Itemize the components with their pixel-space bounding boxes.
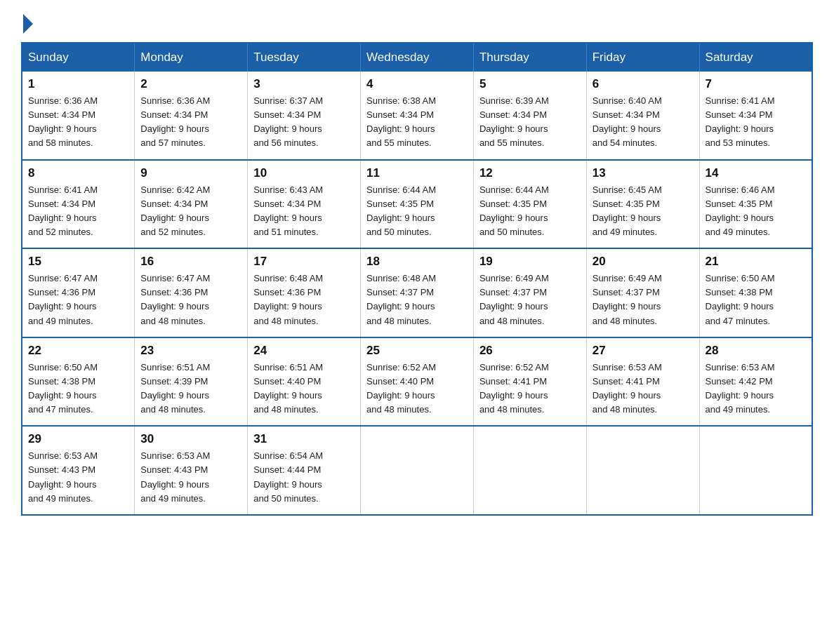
day-info: Sunrise: 6:44 AM Sunset: 4:35 PM Dayligh…	[366, 183, 468, 240]
day-info: Sunrise: 6:42 AM Sunset: 4:34 PM Dayligh…	[140, 183, 241, 240]
day-number: 10	[253, 166, 355, 180]
calendar-cell: 17 Sunrise: 6:48 AM Sunset: 4:36 PM Dayl…	[248, 248, 361, 337]
day-info: Sunrise: 6:48 AM Sunset: 4:36 PM Dayligh…	[253, 271, 355, 328]
day-number: 23	[140, 344, 241, 358]
day-number: 1	[28, 77, 128, 91]
calendar-cell: 13 Sunrise: 6:45 AM Sunset: 4:35 PM Dayl…	[586, 160, 699, 249]
day-number: 15	[28, 255, 128, 269]
day-number: 24	[253, 344, 355, 358]
calendar-week-row: 1 Sunrise: 6:36 AM Sunset: 4:34 PM Dayli…	[22, 72, 812, 160]
calendar-week-row: 8 Sunrise: 6:41 AM Sunset: 4:34 PM Dayli…	[22, 160, 812, 249]
calendar-cell: 2 Sunrise: 6:36 AM Sunset: 4:34 PM Dayli…	[135, 72, 248, 160]
day-info: Sunrise: 6:37 AM Sunset: 4:34 PM Dayligh…	[253, 94, 355, 151]
day-number: 20	[593, 255, 694, 269]
day-number: 2	[140, 77, 241, 91]
calendar-cell: 27 Sunrise: 6:53 AM Sunset: 4:41 PM Dayl…	[586, 337, 699, 427]
day-info: Sunrise: 6:47 AM Sunset: 4:36 PM Dayligh…	[28, 271, 128, 328]
calendar-cell: 22 Sunrise: 6:50 AM Sunset: 4:38 PM Dayl…	[22, 337, 135, 427]
day-number: 22	[28, 344, 128, 358]
calendar-cell: 12 Sunrise: 6:44 AM Sunset: 4:35 PM Dayl…	[473, 160, 586, 249]
calendar-cell: 4 Sunrise: 6:38 AM Sunset: 4:34 PM Dayli…	[361, 72, 474, 160]
calendar-cell	[586, 426, 699, 515]
day-info: Sunrise: 6:54 AM Sunset: 4:44 PM Dayligh…	[253, 449, 355, 506]
calendar-cell: 26 Sunrise: 6:52 AM Sunset: 4:41 PM Dayl…	[473, 337, 586, 427]
day-info: Sunrise: 6:52 AM Sunset: 4:41 PM Dayligh…	[479, 361, 581, 417]
day-info: Sunrise: 6:50 AM Sunset: 4:38 PM Dayligh…	[28, 361, 128, 417]
day-number: 26	[479, 344, 581, 358]
day-number: 19	[479, 255, 581, 269]
logo-arrow-icon	[23, 14, 33, 34]
calendar-cell: 29 Sunrise: 6:53 AM Sunset: 4:43 PM Dayl…	[22, 426, 135, 515]
calendar-cell: 18 Sunrise: 6:48 AM Sunset: 4:37 PM Dayl…	[361, 248, 474, 337]
calendar-cell	[361, 426, 474, 515]
day-info: Sunrise: 6:43 AM Sunset: 4:34 PM Dayligh…	[253, 183, 355, 240]
day-number: 12	[479, 166, 581, 180]
header-day-friday: Friday	[586, 43, 699, 72]
calendar-week-row: 22 Sunrise: 6:50 AM Sunset: 4:38 PM Dayl…	[22, 337, 812, 427]
day-info: Sunrise: 6:53 AM Sunset: 4:42 PM Dayligh…	[706, 361, 806, 417]
calendar-cell: 21 Sunrise: 6:50 AM Sunset: 4:38 PM Dayl…	[699, 248, 812, 337]
day-info: Sunrise: 6:40 AM Sunset: 4:34 PM Dayligh…	[593, 94, 694, 151]
day-info: Sunrise: 6:46 AM Sunset: 4:35 PM Dayligh…	[706, 183, 806, 240]
calendar-cell: 25 Sunrise: 6:52 AM Sunset: 4:40 PM Dayl…	[361, 337, 474, 427]
header-day-sunday: Sunday	[22, 43, 135, 72]
day-info: Sunrise: 6:41 AM Sunset: 4:34 PM Dayligh…	[706, 94, 806, 151]
calendar-cell: 14 Sunrise: 6:46 AM Sunset: 4:35 PM Dayl…	[699, 160, 812, 249]
header-day-saturday: Saturday	[699, 43, 812, 72]
day-number: 16	[140, 255, 241, 269]
calendar-week-row: 15 Sunrise: 6:47 AM Sunset: 4:36 PM Dayl…	[22, 248, 812, 337]
day-number: 21	[706, 255, 806, 269]
calendar-cell: 10 Sunrise: 6:43 AM Sunset: 4:34 PM Dayl…	[248, 160, 361, 249]
day-number: 27	[593, 344, 694, 358]
day-info: Sunrise: 6:49 AM Sunset: 4:37 PM Dayligh…	[593, 271, 694, 328]
day-info: Sunrise: 6:51 AM Sunset: 4:39 PM Dayligh…	[140, 361, 241, 417]
calendar-week-row: 29 Sunrise: 6:53 AM Sunset: 4:43 PM Dayl…	[22, 426, 812, 515]
day-number: 28	[706, 344, 806, 358]
day-info: Sunrise: 6:51 AM Sunset: 4:40 PM Dayligh…	[253, 361, 355, 417]
day-number: 17	[253, 255, 355, 269]
header-day-monday: Monday	[135, 43, 248, 72]
calendar-table: SundayMondayTuesdayWednesdayThursdayFrid…	[21, 42, 813, 516]
day-number: 5	[479, 77, 581, 91]
calendar-cell: 6 Sunrise: 6:40 AM Sunset: 4:34 PM Dayli…	[586, 72, 699, 160]
day-info: Sunrise: 6:47 AM Sunset: 4:36 PM Dayligh…	[140, 271, 241, 328]
day-info: Sunrise: 6:38 AM Sunset: 4:34 PM Dayligh…	[366, 94, 468, 151]
day-number: 18	[366, 255, 468, 269]
day-info: Sunrise: 6:53 AM Sunset: 4:41 PM Dayligh…	[593, 361, 694, 417]
calendar-cell: 1 Sunrise: 6:36 AM Sunset: 4:34 PM Dayli…	[22, 72, 135, 160]
calendar-cell: 24 Sunrise: 6:51 AM Sunset: 4:40 PM Dayl…	[248, 337, 361, 427]
day-info: Sunrise: 6:39 AM Sunset: 4:34 PM Dayligh…	[479, 94, 581, 151]
calendar-cell: 5 Sunrise: 6:39 AM Sunset: 4:34 PM Dayli…	[473, 72, 586, 160]
day-info: Sunrise: 6:49 AM Sunset: 4:37 PM Dayligh…	[479, 271, 581, 328]
calendar-cell: 9 Sunrise: 6:42 AM Sunset: 4:34 PM Dayli…	[135, 160, 248, 249]
calendar-cell: 28 Sunrise: 6:53 AM Sunset: 4:42 PM Dayl…	[699, 337, 812, 427]
day-number: 3	[253, 77, 355, 91]
calendar-cell: 7 Sunrise: 6:41 AM Sunset: 4:34 PM Dayli…	[699, 72, 812, 160]
day-number: 31	[253, 432, 355, 446]
calendar-cell	[473, 426, 586, 515]
day-number: 25	[366, 344, 468, 358]
header-day-thursday: Thursday	[473, 43, 586, 72]
day-number: 11	[366, 166, 468, 180]
day-number: 30	[140, 432, 241, 446]
day-info: Sunrise: 6:36 AM Sunset: 4:34 PM Dayligh…	[28, 94, 128, 151]
day-number: 7	[706, 77, 806, 91]
day-info: Sunrise: 6:45 AM Sunset: 4:35 PM Dayligh…	[593, 183, 694, 240]
day-number: 13	[593, 166, 694, 180]
calendar-header-row: SundayMondayTuesdayWednesdayThursdayFrid…	[22, 43, 812, 72]
calendar-cell: 19 Sunrise: 6:49 AM Sunset: 4:37 PM Dayl…	[473, 248, 586, 337]
header-day-wednesday: Wednesday	[361, 43, 474, 72]
header-day-tuesday: Tuesday	[248, 43, 361, 72]
logo-general-text	[21, 14, 33, 34]
calendar-cell: 20 Sunrise: 6:49 AM Sunset: 4:37 PM Dayl…	[586, 248, 699, 337]
calendar-cell: 23 Sunrise: 6:51 AM Sunset: 4:39 PM Dayl…	[135, 337, 248, 427]
day-info: Sunrise: 6:53 AM Sunset: 4:43 PM Dayligh…	[140, 449, 241, 506]
day-info: Sunrise: 6:41 AM Sunset: 4:34 PM Dayligh…	[28, 183, 128, 240]
calendar-cell: 3 Sunrise: 6:37 AM Sunset: 4:34 PM Dayli…	[248, 72, 361, 160]
calendar-cell: 16 Sunrise: 6:47 AM Sunset: 4:36 PM Dayl…	[135, 248, 248, 337]
calendar-cell: 31 Sunrise: 6:54 AM Sunset: 4:44 PM Dayl…	[248, 426, 361, 515]
calendar-cell: 30 Sunrise: 6:53 AM Sunset: 4:43 PM Dayl…	[135, 426, 248, 515]
calendar-cell: 8 Sunrise: 6:41 AM Sunset: 4:34 PM Dayli…	[22, 160, 135, 249]
day-number: 14	[706, 166, 806, 180]
logo	[21, 14, 33, 28]
